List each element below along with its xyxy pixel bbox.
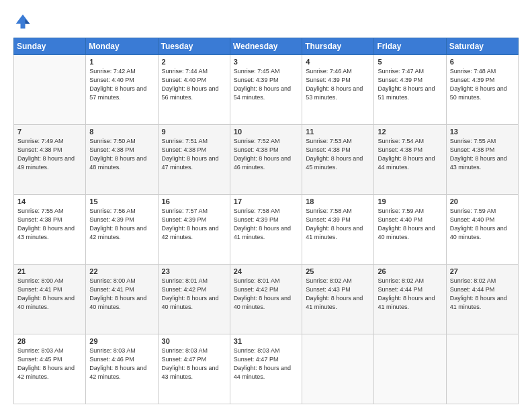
- weekday-wednesday: Wednesday: [230, 38, 302, 55]
- day-number: 22: [89, 267, 154, 275]
- day-number: 2: [162, 58, 226, 66]
- day-info: Sunrise: 8:02 AMSunset: 4:43 PMDaylight:…: [306, 277, 363, 310]
- day-info: Sunrise: 7:48 AMSunset: 4:39 PMDaylight:…: [450, 68, 507, 101]
- day-number: 21: [17, 267, 82, 275]
- day-info: Sunrise: 7:49 AMSunset: 4:38 PMDaylight:…: [17, 138, 75, 171]
- svg-marker-1: [26, 19, 30, 24]
- day-info: Sunrise: 7:42 AMSunset: 4:40 PMDaylight:…: [89, 68, 146, 101]
- day-info: Sunrise: 7:46 AMSunset: 4:39 PMDaylight:…: [306, 68, 363, 101]
- day-info: Sunrise: 7:44 AMSunset: 4:40 PMDaylight:…: [162, 68, 219, 101]
- day-number: 31: [234, 337, 298, 345]
- logo-icon: [13, 12, 32, 31]
- day-cell: 14Sunrise: 7:55 AMSunset: 4:38 PMDayligh…: [14, 195, 86, 265]
- day-cell: 27Sunrise: 8:02 AMSunset: 4:44 PMDayligh…: [446, 265, 518, 334]
- day-number: 13: [450, 128, 515, 136]
- day-info: Sunrise: 7:55 AMSunset: 4:38 PMDaylight:…: [450, 138, 507, 171]
- day-cell: 19Sunrise: 7:59 AMSunset: 4:40 PMDayligh…: [374, 195, 446, 265]
- day-info: Sunrise: 7:59 AMSunset: 4:40 PMDaylight:…: [450, 208, 507, 240]
- day-info: Sunrise: 7:56 AMSunset: 4:39 PMDaylight:…: [89, 208, 146, 240]
- day-cell: 9Sunrise: 7:51 AMSunset: 4:38 PMDaylight…: [158, 125, 230, 195]
- day-number: 23: [162, 267, 226, 275]
- day-info: Sunrise: 7:54 AMSunset: 4:38 PMDaylight:…: [378, 138, 435, 171]
- day-cell: 18Sunrise: 7:58 AMSunset: 4:39 PMDayligh…: [302, 195, 374, 265]
- day-number: 8: [89, 128, 154, 136]
- day-info: Sunrise: 7:59 AMSunset: 4:40 PMDaylight:…: [378, 208, 435, 240]
- week-row-3: 14Sunrise: 7:55 AMSunset: 4:38 PMDayligh…: [14, 195, 519, 265]
- day-cell: 29Sunrise: 8:03 AMSunset: 4:46 PMDayligh…: [86, 334, 158, 404]
- day-cell: 11Sunrise: 7:53 AMSunset: 4:38 PMDayligh…: [302, 125, 374, 195]
- day-cell: 31Sunrise: 8:03 AMSunset: 4:47 PMDayligh…: [230, 334, 302, 404]
- weekday-monday: Monday: [86, 38, 158, 55]
- day-cell: 13Sunrise: 7:55 AMSunset: 4:38 PMDayligh…: [446, 125, 518, 195]
- day-number: 1: [89, 58, 154, 66]
- svg-marker-0: [16, 15, 30, 29]
- day-cell: [14, 55, 86, 125]
- day-number: 5: [378, 58, 442, 66]
- day-number: 24: [234, 267, 298, 275]
- day-number: 18: [306, 197, 370, 205]
- day-number: 19: [378, 197, 442, 205]
- day-cell: 1Sunrise: 7:42 AMSunset: 4:40 PMDaylight…: [86, 55, 158, 125]
- day-cell: 23Sunrise: 8:01 AMSunset: 4:42 PMDayligh…: [158, 265, 230, 334]
- day-cell: 7Sunrise: 7:49 AMSunset: 4:38 PMDaylight…: [14, 125, 86, 195]
- day-info: Sunrise: 8:01 AMSunset: 4:42 PMDaylight:…: [162, 277, 219, 310]
- day-cell: 26Sunrise: 8:02 AMSunset: 4:44 PMDayligh…: [374, 265, 446, 334]
- day-number: 4: [306, 58, 370, 66]
- day-number: 6: [450, 58, 515, 66]
- day-cell: 20Sunrise: 7:59 AMSunset: 4:40 PMDayligh…: [446, 195, 518, 265]
- day-number: 16: [162, 197, 226, 205]
- day-info: Sunrise: 7:52 AMSunset: 4:38 PMDaylight:…: [234, 138, 291, 171]
- day-cell: 17Sunrise: 7:58 AMSunset: 4:39 PMDayligh…: [230, 195, 302, 265]
- header: [13, 12, 519, 31]
- weekday-sunday: Sunday: [14, 38, 86, 55]
- day-info: Sunrise: 8:03 AMSunset: 4:45 PMDaylight:…: [17, 347, 75, 380]
- day-number: 11: [306, 128, 370, 136]
- day-number: 29: [89, 337, 154, 345]
- day-cell: [374, 334, 446, 404]
- day-number: 20: [450, 197, 515, 205]
- day-number: 27: [450, 267, 515, 275]
- day-info: Sunrise: 7:55 AMSunset: 4:38 PMDaylight:…: [17, 208, 75, 240]
- day-info: Sunrise: 7:51 AMSunset: 4:38 PMDaylight:…: [162, 138, 219, 171]
- day-cell: 4Sunrise: 7:46 AMSunset: 4:39 PMDaylight…: [302, 55, 374, 125]
- day-info: Sunrise: 7:53 AMSunset: 4:38 PMDaylight:…: [306, 138, 363, 171]
- day-cell: 28Sunrise: 8:03 AMSunset: 4:45 PMDayligh…: [14, 334, 86, 404]
- day-cell: 24Sunrise: 8:01 AMSunset: 4:42 PMDayligh…: [230, 265, 302, 334]
- day-info: Sunrise: 7:58 AMSunset: 4:39 PMDaylight:…: [306, 208, 363, 240]
- day-number: 9: [162, 128, 226, 136]
- day-info: Sunrise: 8:02 AMSunset: 4:44 PMDaylight:…: [378, 277, 435, 310]
- day-info: Sunrise: 7:58 AMSunset: 4:39 PMDaylight:…: [234, 208, 291, 240]
- week-row-2: 7Sunrise: 7:49 AMSunset: 4:38 PMDaylight…: [14, 125, 519, 195]
- day-cell: 22Sunrise: 8:00 AMSunset: 4:41 PMDayligh…: [86, 265, 158, 334]
- day-cell: [302, 334, 374, 404]
- day-number: 25: [306, 267, 370, 275]
- day-cell: 16Sunrise: 7:57 AMSunset: 4:39 PMDayligh…: [158, 195, 230, 265]
- weekday-tuesday: Tuesday: [158, 38, 230, 55]
- day-number: 14: [17, 197, 82, 205]
- day-info: Sunrise: 8:00 AMSunset: 4:41 PMDaylight:…: [89, 277, 146, 310]
- weekday-thursday: Thursday: [302, 38, 374, 55]
- day-cell: 5Sunrise: 7:47 AMSunset: 4:39 PMDaylight…: [374, 55, 446, 125]
- day-info: Sunrise: 7:57 AMSunset: 4:39 PMDaylight:…: [162, 208, 219, 240]
- day-number: 26: [378, 267, 442, 275]
- day-cell: 15Sunrise: 7:56 AMSunset: 4:39 PMDayligh…: [86, 195, 158, 265]
- day-cell: 21Sunrise: 8:00 AMSunset: 4:41 PMDayligh…: [14, 265, 86, 334]
- day-number: 28: [17, 337, 82, 345]
- day-number: 3: [234, 58, 298, 66]
- day-cell: 2Sunrise: 7:44 AMSunset: 4:40 PMDaylight…: [158, 55, 230, 125]
- logo: [13, 12, 35, 31]
- day-info: Sunrise: 8:03 AMSunset: 4:46 PMDaylight:…: [89, 347, 146, 380]
- weekday-saturday: Saturday: [446, 38, 518, 55]
- week-row-4: 21Sunrise: 8:00 AMSunset: 4:41 PMDayligh…: [14, 265, 519, 334]
- calendar-table: SundayMondayTuesdayWednesdayThursdayFrid…: [13, 38, 519, 404]
- day-info: Sunrise: 8:02 AMSunset: 4:44 PMDaylight:…: [450, 277, 507, 310]
- day-cell: 8Sunrise: 7:50 AMSunset: 4:38 PMDaylight…: [86, 125, 158, 195]
- day-info: Sunrise: 8:03 AMSunset: 4:47 PMDaylight:…: [162, 347, 219, 380]
- day-info: Sunrise: 8:01 AMSunset: 4:42 PMDaylight:…: [234, 277, 291, 310]
- week-row-1: 1Sunrise: 7:42 AMSunset: 4:40 PMDaylight…: [14, 55, 519, 125]
- weekday-friday: Friday: [374, 38, 446, 55]
- day-cell: 6Sunrise: 7:48 AMSunset: 4:39 PMDaylight…: [446, 55, 518, 125]
- day-info: Sunrise: 8:03 AMSunset: 4:47 PMDaylight:…: [234, 347, 291, 380]
- day-info: Sunrise: 7:45 AMSunset: 4:39 PMDaylight:…: [234, 68, 291, 101]
- day-info: Sunrise: 8:00 AMSunset: 4:41 PMDaylight:…: [17, 277, 75, 310]
